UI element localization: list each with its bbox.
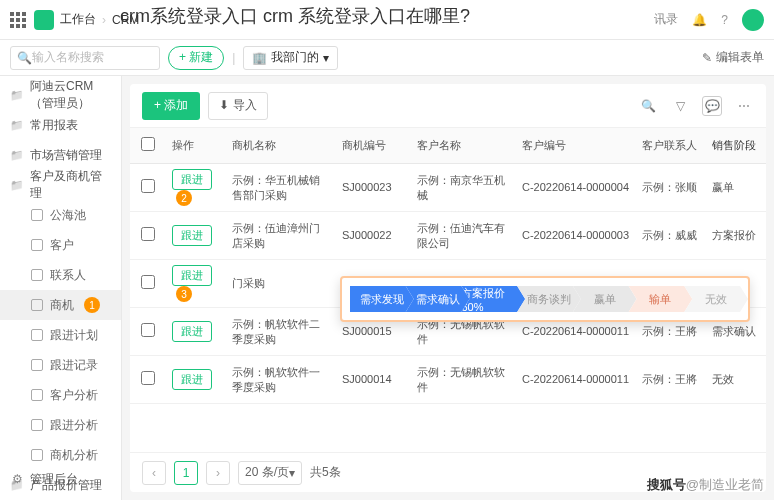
sidebar: 阿迪云CRM（管理员）常用报表市场营销管理客户及商机管理公海池客户联系人商机1跟… <box>0 76 122 500</box>
admin-label: 管理后台 <box>30 471 78 488</box>
folder-icon <box>10 118 24 132</box>
table-row[interactable]: 跟进示例：帆软软件一季度采购SJ000014示例：无锡帆软软件C-2022061… <box>130 356 766 404</box>
stage-step[interactable]: 方案报价 60% <box>461 286 525 312</box>
admin-backend-link[interactable]: 管理后台 <box>0 464 122 494</box>
dept-label: 我部门的 <box>271 49 319 66</box>
row-checkbox[interactable] <box>141 371 155 385</box>
sidebar-item[interactable]: 市场营销管理 <box>0 140 121 170</box>
cell-stage: 需求确认 <box>706 324 766 338</box>
col-stage[interactable]: 销售阶段 <box>706 138 766 152</box>
department-select[interactable]: 🏢我部门的▾ <box>243 46 338 70</box>
workspace-label[interactable]: 工作台 <box>60 11 96 28</box>
file-icon <box>30 388 44 402</box>
sidebar-item[interactable]: 商机1 <box>0 290 121 320</box>
stage-step[interactable]: 商务谈判 <box>517 286 581 312</box>
sidebar-item[interactable]: 跟进计划 <box>0 320 121 350</box>
row-checkbox[interactable] <box>141 323 155 337</box>
nav-label: 商机 <box>50 297 74 314</box>
file-icon <box>30 358 44 372</box>
cell-name: 示例：伍迪漳州门店采购 <box>226 221 336 250</box>
next-page-button[interactable]: › <box>206 461 230 485</box>
chat-icon[interactable]: 💬 <box>702 96 722 116</box>
nav-label: 客户及商机管理 <box>30 168 111 202</box>
cell-contact: 示例：王將 <box>636 324 706 338</box>
file-icon <box>30 328 44 342</box>
edit-form-label: 编辑表单 <box>716 49 764 66</box>
follow-button[interactable]: 跟进 <box>172 169 212 190</box>
col-code[interactable]: 商机编号 <box>336 138 411 152</box>
col-contact[interactable]: 客户联系人 <box>636 138 706 152</box>
page-1-button[interactable]: 1 <box>174 461 198 485</box>
sidebar-item[interactable]: 跟进记录 <box>0 350 121 380</box>
cell-code: SJ000014 <box>336 372 411 386</box>
row-checkbox[interactable] <box>141 227 155 241</box>
filter-icon[interactable]: ▽ <box>670 96 690 116</box>
more-icon[interactable]: ⋯ <box>734 96 754 116</box>
breadcrumb-separator: › <box>102 13 106 27</box>
sidebar-item[interactable]: 阿迪云CRM（管理员） <box>0 80 121 110</box>
col-cust[interactable]: 客户名称 <box>411 138 516 152</box>
row-checkbox[interactable] <box>141 275 155 289</box>
follow-button[interactable]: 跟进 <box>172 321 212 342</box>
follow-button[interactable]: 跟进 <box>172 369 212 390</box>
col-custcode[interactable]: 客户编号 <box>516 138 636 152</box>
col-name[interactable]: 商机名称 <box>226 138 336 152</box>
stage-step[interactable]: 输单 <box>629 286 693 312</box>
new-button[interactable]: + 新建 <box>168 46 224 70</box>
import-button[interactable]: ⬇ 导入 <box>208 92 267 120</box>
stage-step[interactable]: 赢单 <box>573 286 637 312</box>
page-size-select[interactable]: 20 条/页 ▾ <box>238 461 302 485</box>
table-row[interactable]: 跟进示例：伍迪漳州门店采购SJ000022示例：伍迪汽车有限公司C-202206… <box>130 212 766 260</box>
cell-name: 门采购 <box>226 276 336 290</box>
file-icon <box>30 268 44 282</box>
bell-icon[interactable]: 🔔 <box>692 13 707 27</box>
sidebar-item[interactable]: 客户及商机管理 <box>0 170 121 200</box>
sidebar-item[interactable]: 联系人 <box>0 260 121 290</box>
nav-label: 阿迪云CRM（管理员） <box>30 78 111 112</box>
nav-label: 公海池 <box>50 207 86 224</box>
cell-custcode: C-20220614-0000003 <box>516 228 636 242</box>
nav-label: 市场营销管理 <box>30 147 102 164</box>
cell-code: SJ000023 <box>336 180 411 194</box>
sidebar-item[interactable]: 客户分析 <box>0 380 121 410</box>
file-icon <box>30 208 44 222</box>
stage-step[interactable]: 无效 <box>684 286 748 312</box>
stage-step[interactable]: 需求发现 <box>350 286 414 312</box>
file-icon <box>30 298 44 312</box>
search-icon[interactable]: 🔍 <box>638 96 658 116</box>
cell-name: 示例：帆软软件二季度采购 <box>226 317 336 346</box>
cell-stage: 无效 <box>706 372 766 386</box>
follow-button[interactable]: 跟进 <box>172 225 212 246</box>
sidebar-item[interactable]: 跟进分析 <box>0 410 121 440</box>
watermark-brand: 搜狐号 <box>647 477 686 492</box>
row-badge-icon: 3 <box>176 286 192 302</box>
cell-custcode: C-20220614-0000004 <box>516 180 636 194</box>
cell-cust: 示例：伍迪汽车有限公司 <box>411 221 516 250</box>
help-icon[interactable]: ? <box>721 13 728 27</box>
row-checkbox[interactable] <box>141 179 155 193</box>
add-button[interactable]: + 添加 <box>142 92 200 120</box>
nav-label: 跟进分析 <box>50 417 98 434</box>
folder-icon <box>10 88 24 102</box>
follow-button[interactable]: 跟进 <box>172 265 212 286</box>
folder-icon <box>10 148 24 162</box>
sidebar-item[interactable]: 客户 <box>0 230 121 260</box>
search-input[interactable]: 🔍 输入名称搜索 <box>10 46 160 70</box>
nav-label: 客户分析 <box>50 387 98 404</box>
nav-label: 跟进记录 <box>50 357 98 374</box>
nav-label: 联系人 <box>50 267 86 284</box>
chevron-down-icon: ▾ <box>323 51 329 65</box>
cell-code: SJ000015 <box>336 324 411 338</box>
badge-icon: 1 <box>84 297 100 313</box>
apps-grid-icon[interactable] <box>10 12 26 28</box>
select-all-checkbox[interactable] <box>141 137 155 151</box>
folder-icon <box>10 178 24 192</box>
stage-step[interactable]: 需求确认 <box>406 286 470 312</box>
sidebar-item[interactable]: 公海池 <box>0 200 121 230</box>
sidebar-item[interactable]: 常用报表 <box>0 110 121 140</box>
user-avatar[interactable] <box>742 9 764 31</box>
news-link[interactable]: 讯录 <box>654 11 678 28</box>
data-table: 操作 商机名称 商机编号 客户名称 客户编号 客户联系人 销售阶段 跟进2示例：… <box>130 128 766 452</box>
edit-form-button[interactable]: ✎编辑表单 <box>702 49 764 66</box>
table-row[interactable]: 跟进2示例：华五机械销售部门采购SJ000023示例：南京华五机械C-20220… <box>130 164 766 212</box>
